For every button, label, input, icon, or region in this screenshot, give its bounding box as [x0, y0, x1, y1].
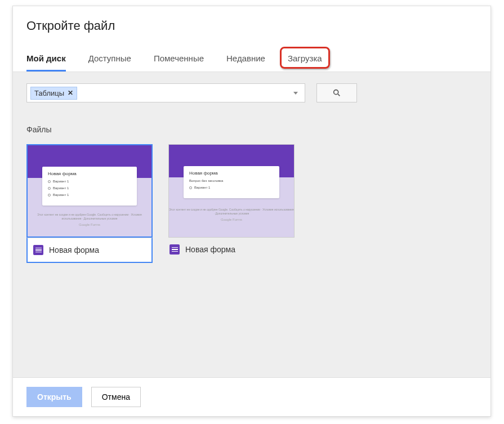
file-thumbnail: Новая форма Вопрос без заголовка Вариант… — [168, 144, 295, 238]
tab-recent[interactable]: Недавние — [226, 48, 265, 72]
tab-label: Загрузка — [288, 53, 322, 63]
file-card[interactable]: Новая форма Вопрос без заголовка Вариант… — [168, 144, 295, 263]
content-area: Файлы Новая форма Вариант 1 Вариант 1 Ва… — [13, 114, 490, 377]
tab-label: Недавние — [226, 53, 265, 63]
file-name: Новая форма — [49, 246, 99, 255]
files-grid: Новая форма Вариант 1 Вариант 1 Вариант … — [26, 144, 477, 263]
svg-point-0 — [334, 90, 338, 95]
dialog-footer: Открыть Отмена — [13, 377, 490, 416]
tab-label: Помеченные — [154, 53, 204, 63]
file-name: Новая форма — [185, 245, 235, 254]
open-button[interactable]: Открыть — [26, 387, 82, 407]
forms-icon — [33, 245, 43, 255]
dialog-title: Откройте файл — [26, 19, 477, 33]
tabs-bar: Мой диск Доступные Помеченные Недавние З… — [13, 48, 490, 72]
thumb-footer: Этот контент не создан и не одобрен Goog… — [169, 208, 294, 216]
chip-label: Таблицы — [34, 89, 64, 97]
file-picker-dialog: Откройте файл Мой диск Доступные Помечен… — [12, 6, 491, 417]
tab-shared[interactable]: Доступные — [88, 48, 131, 72]
file-caption: Новая форма — [26, 238, 153, 263]
chip-remove-icon[interactable]: ✕ — [68, 89, 73, 97]
search-icon — [332, 88, 341, 97]
filter-bar: Таблицы ✕ — [13, 72, 490, 114]
thumb-subtitle: Вопрос без заголовка — [189, 179, 274, 182]
thumb-title: Новая форма — [189, 171, 274, 176]
cancel-button[interactable]: Отмена — [91, 387, 141, 407]
section-label: Файлы — [26, 125, 477, 134]
tab-starred[interactable]: Помеченные — [154, 48, 204, 72]
filter-input[interactable]: Таблицы ✕ — [26, 83, 305, 102]
file-card[interactable]: Новая форма Вариант 1 Вариант 1 Вариант … — [26, 144, 153, 263]
dialog-header: Откройте файл — [13, 6, 490, 40]
thumb-brand: Google Forms — [28, 223, 151, 226]
thumb-footer: Этот контент не создан и не одобрен Goog… — [28, 213, 151, 221]
forms-icon — [170, 244, 180, 255]
svg-line-1 — [338, 94, 340, 96]
dropdown-arrow-icon[interactable] — [293, 92, 298, 95]
tab-my-drive[interactable]: Мой диск — [26, 48, 66, 72]
tab-label: Доступные — [88, 53, 131, 63]
filter-chip[interactable]: Таблицы ✕ — [30, 87, 77, 100]
file-caption: Новая форма — [168, 238, 295, 261]
thumb-title: Новая форма — [48, 171, 131, 176]
search-button[interactable] — [316, 83, 357, 102]
thumb-brand: Google Forms — [169, 218, 294, 221]
tab-upload[interactable]: Загрузка — [288, 48, 322, 72]
tab-label: Мой диск — [26, 53, 66, 63]
file-thumbnail: Новая форма Вариант 1 Вариант 1 Вариант … — [26, 144, 153, 238]
